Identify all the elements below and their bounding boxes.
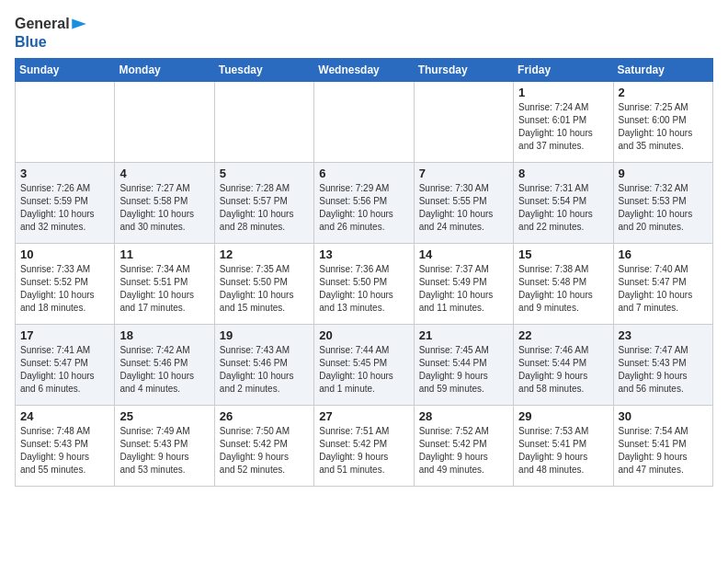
day-info: Sunrise: 7:46 AM Sunset: 5:44 PM Dayligh…	[518, 344, 608, 396]
day-info: Sunrise: 7:52 AM Sunset: 5:42 PM Dayligh…	[419, 425, 508, 477]
calendar-cell: 8Sunrise: 7:31 AM Sunset: 5:54 PM Daylig…	[514, 163, 613, 244]
calendar-cell: 27Sunrise: 7:51 AM Sunset: 5:42 PM Dayli…	[314, 406, 414, 487]
calendar-cell: 26Sunrise: 7:50 AM Sunset: 5:42 PM Dayli…	[214, 406, 313, 487]
day-number: 23	[619, 328, 708, 342]
day-number: 20	[319, 328, 408, 342]
calendar-cell: 20Sunrise: 7:44 AM Sunset: 5:45 PM Dayli…	[314, 325, 414, 406]
day-info: Sunrise: 7:24 AM Sunset: 6:01 PM Dayligh…	[518, 101, 608, 153]
calendar-cell: 6Sunrise: 7:29 AM Sunset: 5:56 PM Daylig…	[314, 163, 414, 244]
day-info: Sunrise: 7:51 AM Sunset: 5:42 PM Dayligh…	[319, 425, 408, 477]
calendar-cell: 29Sunrise: 7:53 AM Sunset: 5:41 PM Dayli…	[514, 406, 613, 487]
calendar-cell	[314, 82, 414, 163]
day-info: Sunrise: 7:41 AM Sunset: 5:47 PM Dayligh…	[20, 344, 109, 396]
calendar-cell: 16Sunrise: 7:40 AM Sunset: 5:47 PM Dayli…	[613, 244, 712, 325]
day-info: Sunrise: 7:29 AM Sunset: 5:56 PM Dayligh…	[319, 182, 408, 234]
day-info: Sunrise: 7:50 AM Sunset: 5:42 PM Dayligh…	[220, 425, 309, 477]
day-number: 24	[20, 409, 109, 423]
calendar-cell: 13Sunrise: 7:36 AM Sunset: 5:50 PM Dayli…	[314, 244, 414, 325]
calendar-cell: 24Sunrise: 7:48 AM Sunset: 5:43 PM Dayli…	[16, 406, 115, 487]
day-info: Sunrise: 7:37 AM Sunset: 5:49 PM Dayligh…	[419, 263, 508, 315]
day-info: Sunrise: 7:36 AM Sunset: 5:50 PM Dayligh…	[319, 263, 408, 315]
day-number: 2	[619, 86, 708, 99]
day-number: 18	[119, 328, 209, 342]
calendar-cell: 4Sunrise: 7:27 AM Sunset: 5:58 PM Daylig…	[115, 163, 214, 244]
calendar-cell: 9Sunrise: 7:32 AM Sunset: 5:53 PM Daylig…	[613, 163, 712, 244]
weekday-header-wednesday: Wednesday	[314, 59, 414, 82]
calendar-cell: 5Sunrise: 7:28 AM Sunset: 5:57 PM Daylig…	[214, 163, 313, 244]
calendar-cell: 15Sunrise: 7:38 AM Sunset: 5:48 PM Dayli…	[514, 244, 613, 325]
day-info: Sunrise: 7:30 AM Sunset: 5:55 PM Dayligh…	[419, 182, 508, 234]
logo-general: General	[15, 15, 70, 32]
calendar-cell: 22Sunrise: 7:46 AM Sunset: 5:44 PM Dayli…	[514, 325, 613, 406]
day-info: Sunrise: 7:42 AM Sunset: 5:46 PM Dayligh…	[119, 344, 209, 396]
day-info: Sunrise: 7:25 AM Sunset: 6:00 PM Dayligh…	[619, 101, 708, 153]
day-info: Sunrise: 7:49 AM Sunset: 5:43 PM Dayligh…	[119, 425, 209, 477]
calendar-cell: 18Sunrise: 7:42 AM Sunset: 5:46 PM Dayli…	[115, 325, 214, 406]
day-number: 13	[319, 247, 408, 261]
calendar-cell: 28Sunrise: 7:52 AM Sunset: 5:42 PM Dayli…	[414, 406, 513, 487]
day-info: Sunrise: 7:28 AM Sunset: 5:57 PM Dayligh…	[220, 182, 309, 234]
calendar-cell	[16, 82, 115, 163]
weekday-header-friday: Friday	[514, 59, 613, 82]
svg-marker-0	[72, 18, 86, 29]
day-number: 15	[518, 247, 608, 261]
day-number: 25	[119, 409, 209, 423]
calendar-cell	[214, 82, 313, 163]
calendar-cell: 17Sunrise: 7:41 AM Sunset: 5:47 PM Dayli…	[16, 325, 115, 406]
day-number: 29	[518, 409, 608, 423]
day-number: 26	[220, 409, 309, 423]
day-info: Sunrise: 7:26 AM Sunset: 5:59 PM Dayligh…	[20, 182, 109, 234]
day-info: Sunrise: 7:53 AM Sunset: 5:41 PM Dayligh…	[518, 425, 608, 477]
day-number: 17	[20, 328, 109, 342]
day-number: 11	[119, 247, 209, 261]
day-number: 10	[20, 247, 109, 261]
day-number: 1	[518, 86, 608, 99]
day-number: 21	[419, 328, 508, 342]
calendar-cell: 25Sunrise: 7:49 AM Sunset: 5:43 PM Dayli…	[115, 406, 214, 487]
day-info: Sunrise: 7:32 AM Sunset: 5:53 PM Dayligh…	[619, 182, 708, 234]
weekday-header-sunday: Sunday	[16, 59, 115, 82]
weekday-header-monday: Monday	[115, 59, 214, 82]
day-number: 5	[220, 167, 309, 180]
day-info: Sunrise: 7:43 AM Sunset: 5:46 PM Dayligh…	[220, 344, 309, 396]
calendar-cell: 19Sunrise: 7:43 AM Sunset: 5:46 PM Dayli…	[214, 325, 313, 406]
day-number: 22	[518, 328, 608, 342]
day-number: 7	[419, 167, 508, 180]
day-info: Sunrise: 7:54 AM Sunset: 5:41 PM Dayligh…	[619, 425, 708, 477]
logo-blue: Blue	[15, 33, 88, 51]
logo-arrow-icon	[70, 15, 88, 33]
calendar-table: SundayMondayTuesdayWednesdayThursdayFrid…	[15, 58, 713, 487]
calendar-week-row: 10Sunrise: 7:33 AM Sunset: 5:52 PM Dayli…	[16, 244, 713, 325]
day-info: Sunrise: 7:40 AM Sunset: 5:47 PM Dayligh…	[619, 263, 708, 315]
calendar-cell: 10Sunrise: 7:33 AM Sunset: 5:52 PM Dayli…	[16, 244, 115, 325]
day-number: 27	[319, 409, 408, 423]
weekday-header-row: SundayMondayTuesdayWednesdayThursdayFrid…	[16, 59, 713, 82]
day-info: Sunrise: 7:44 AM Sunset: 5:45 PM Dayligh…	[319, 344, 408, 396]
day-number: 12	[220, 247, 309, 261]
day-info: Sunrise: 7:48 AM Sunset: 5:43 PM Dayligh…	[20, 425, 109, 477]
day-number: 6	[319, 167, 408, 180]
calendar-cell: 23Sunrise: 7:47 AM Sunset: 5:43 PM Dayli…	[613, 325, 712, 406]
day-number: 8	[518, 167, 608, 180]
day-info: Sunrise: 7:38 AM Sunset: 5:48 PM Dayligh…	[518, 263, 608, 315]
day-info: Sunrise: 7:33 AM Sunset: 5:52 PM Dayligh…	[20, 263, 109, 315]
logo: General Blue	[15, 15, 88, 51]
calendar-cell: 2Sunrise: 7:25 AM Sunset: 6:00 PM Daylig…	[613, 82, 712, 163]
calendar-week-row: 17Sunrise: 7:41 AM Sunset: 5:47 PM Dayli…	[16, 325, 713, 406]
calendar-week-row: 3Sunrise: 7:26 AM Sunset: 5:59 PM Daylig…	[16, 163, 713, 244]
day-info: Sunrise: 7:45 AM Sunset: 5:44 PM Dayligh…	[419, 344, 508, 396]
calendar-cell: 7Sunrise: 7:30 AM Sunset: 5:55 PM Daylig…	[414, 163, 513, 244]
day-info: Sunrise: 7:35 AM Sunset: 5:50 PM Dayligh…	[220, 263, 309, 315]
day-number: 16	[619, 247, 708, 261]
calendar-cell: 21Sunrise: 7:45 AM Sunset: 5:44 PM Dayli…	[414, 325, 513, 406]
day-info: Sunrise: 7:31 AM Sunset: 5:54 PM Dayligh…	[518, 182, 608, 234]
day-number: 30	[619, 409, 708, 423]
page-header: General Blue	[15, 15, 713, 51]
calendar-cell: 14Sunrise: 7:37 AM Sunset: 5:49 PM Dayli…	[414, 244, 513, 325]
calendar-cell	[115, 82, 214, 163]
weekday-header-thursday: Thursday	[414, 59, 513, 82]
day-number: 14	[419, 247, 508, 261]
day-number: 19	[220, 328, 309, 342]
calendar-cell	[414, 82, 513, 163]
calendar-week-row: 24Sunrise: 7:48 AM Sunset: 5:43 PM Dayli…	[16, 406, 713, 487]
